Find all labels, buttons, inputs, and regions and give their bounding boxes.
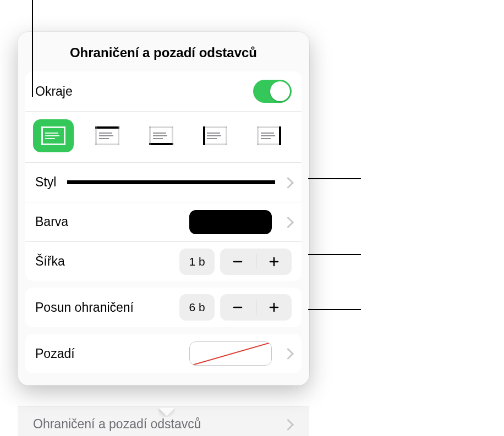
toggle-knob: [270, 81, 290, 101]
style-label: Styl: [35, 175, 56, 190]
borders-card: Okraje: [25, 71, 302, 281]
callout-line: [308, 178, 361, 179]
offset-label: Posun ohraničení: [35, 300, 134, 315]
color-label: Barva: [35, 214, 68, 229]
background-label: Pozadí: [35, 346, 75, 361]
offset-value: 6 b: [179, 294, 215, 321]
callout-line: [308, 254, 361, 255]
borders-toggle[interactable]: [253, 80, 292, 103]
width-decrement-button[interactable]: [220, 249, 256, 275]
popover-caret: [158, 408, 175, 417]
callout-line: [32, 0, 33, 97]
background-card: Pozadí: [25, 334, 302, 373]
color-row[interactable]: Barva: [25, 202, 302, 241]
border-position-segment: [25, 111, 302, 162]
style-row[interactable]: Styl: [25, 162, 302, 202]
background-row[interactable]: Pozadí: [25, 334, 302, 373]
borders-toggle-label: Okraje: [35, 84, 73, 99]
callout-line: [308, 309, 361, 310]
width-value: 1 b: [179, 249, 215, 275]
border-left-button[interactable]: [195, 119, 235, 152]
chevron-right-icon: [284, 418, 292, 431]
border-bottom-button[interactable]: [141, 119, 182, 152]
borders-toggle-row: Okraje: [25, 71, 302, 111]
border-right-button[interactable]: [249, 119, 289, 152]
width-stepper: [220, 249, 292, 275]
width-label: Šířka: [35, 254, 65, 269]
style-preview-line: [67, 180, 275, 184]
offset-increment-button[interactable]: [256, 294, 292, 321]
chevron-right-icon: [284, 176, 292, 189]
border-top-button[interactable]: [87, 119, 128, 152]
chevron-right-icon: [284, 347, 292, 360]
borders-background-popover: Ohraničení a pozadí odstavců Okraje: [18, 32, 309, 385]
offset-row: Posun ohraničení 6 b: [25, 288, 302, 327]
parent-menu-label: Ohraničení a pozadí odstavců: [33, 417, 201, 432]
border-all-button[interactable]: [33, 119, 74, 152]
offset-card: Posun ohraničení 6 b: [25, 288, 302, 327]
chevron-right-icon: [284, 216, 292, 229]
background-swatch-none[interactable]: [189, 341, 272, 366]
color-swatch[interactable]: [189, 210, 272, 234]
popover-title: Ohraničení a pozadí odstavců: [18, 32, 309, 71]
offset-decrement-button[interactable]: [220, 294, 256, 321]
width-row: Šířka 1 b: [25, 241, 302, 281]
width-increment-button[interactable]: [256, 249, 292, 275]
offset-stepper: [220, 294, 292, 321]
